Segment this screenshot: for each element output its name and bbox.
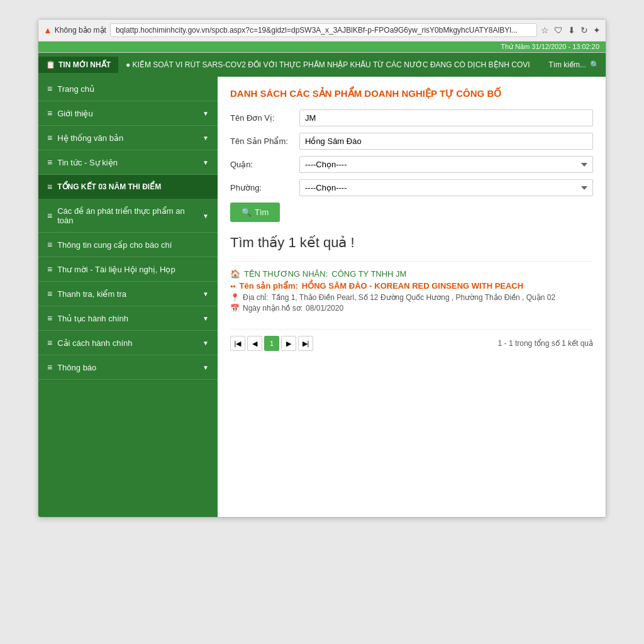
search-placeholder-text: Tìm kiếm... — [548, 60, 586, 69]
product-icon: ▪▪ — [230, 282, 236, 291]
search-form: Tên Đơn Vị: Tên Sản Phẩm: Quận: ----Chọn… — [230, 109, 593, 222]
product-label: Tên sản phẩm: — [240, 281, 298, 291]
home-icon: 🏠 — [230, 269, 240, 279]
menu-icon: ≡ — [47, 182, 52, 192]
browser-icons: ☆ 🛡 ⬇ ↻ ✦ — [541, 25, 601, 35]
menu-icon: ≡ — [47, 211, 52, 221]
page-1-button[interactable]: 1 — [264, 336, 279, 351]
date-bar: Thứ Năm 31/12/2020 - 13:02:20 — [38, 42, 606, 52]
chevron-down-icon: ▼ — [203, 315, 209, 322]
page-last-button[interactable]: ▶| — [298, 336, 313, 351]
security-warning: ▲ Không bảo mật — [43, 25, 106, 35]
results-heading: Tìm thấy 1 kết quả ! — [230, 235, 593, 251]
search-area[interactable]: Tìm kiếm... 🔍 — [542, 60, 606, 69]
menu-icon: ≡ — [47, 157, 52, 167]
sanpham-label: Tên Sản Phẩm: — [230, 136, 299, 146]
date-value: 08/01/2020 — [306, 304, 343, 313]
result-address: 📍 Địa chỉ: Tầng 1, Thảo Điền Pearl, Số 1… — [230, 293, 593, 302]
sidebar-item-thummoi[interactable]: ≡ Thư mời - Tài liệu Hội nghị, Họp — [38, 257, 218, 282]
product-name: HỒNG SÂM ĐÀO - KOREAN RED GINSENG WITH P… — [302, 281, 523, 291]
menu-icon: ≡ — [47, 108, 52, 118]
menu-icon: ≡ — [47, 264, 52, 274]
company-label: TÊN THƯƠNG NHÂN: — [244, 269, 328, 279]
calendar-icon: 📅 — [230, 304, 240, 313]
donvi-input[interactable] — [299, 109, 593, 126]
result-company: 🏠 TÊN THƯƠNG NHÂN: CÔNG TY TNHH JM — [230, 269, 593, 279]
result-item: 🏠 TÊN THƯƠNG NHÂN: CÔNG TY TNHH JM ▪▪ Tê… — [230, 261, 593, 320]
address-value: Tầng 1, Thảo Điền Pearl, Số 12 Đường Quố… — [272, 293, 555, 302]
menu-icon: ≡ — [47, 313, 52, 323]
star-icon[interactable]: ☆ — [541, 25, 549, 35]
form-row-phuong: Phường: ----Chọn---- — [230, 179, 593, 196]
sidebar-item-caicach[interactable]: ≡ Cải cách hành chính ▼ — [38, 331, 218, 355]
news-label: 📋 TIN MỚI NHẤT — [38, 57, 118, 73]
extension-icon[interactable]: ✦ — [593, 25, 601, 35]
page-title: DANH SÁCH CÁC SẢN PHẨM DOANH NGHIỆP TỰ C… — [230, 88, 593, 99]
pagination: |◀ ◀ 1 ▶ ▶| 1 - 1 trong tổng số 1 kết qu… — [230, 329, 593, 351]
company-name: CÔNG TY TNHH JM — [331, 269, 406, 279]
date-label: Ngày nhận hồ sơ: — [243, 304, 303, 313]
page-first-button[interactable]: |◀ — [230, 336, 245, 351]
sidebar-item-tintuc[interactable]: ≡ Tin tức - Sự kiện ▼ — [38, 150, 218, 175]
phuong-select[interactable]: ----Chọn---- — [299, 179, 593, 196]
url-bar[interactable]: bqlattp.hochiminhcity.gov.vn/spcb.aspx?c… — [110, 23, 537, 37]
shield-icon[interactable]: 🛡 — [554, 25, 563, 35]
menu-icon: ≡ — [47, 133, 52, 143]
sidebar-item-thongbao[interactable]: ≡ Thông báo ▼ — [38, 355, 218, 380]
news-icon: 📋 — [46, 60, 55, 69]
quan-label: Quận: — [230, 160, 299, 169]
news-bar: 📋 TIN MỚI NHẤT ● KIỂM SOÁT VI RÚT SARS-C… — [38, 53, 606, 77]
sidebar: ≡ Trang chủ ≡ Giới thiệu ▼ ≡ Hệ thống vă… — [38, 77, 218, 517]
form-row-quan: Quận: ----Chọn---- — [230, 156, 593, 173]
sidebar-item-thanhtra[interactable]: ≡ Thanh tra, kiểm tra ▼ — [38, 282, 218, 306]
menu-icon: ≡ — [47, 362, 52, 372]
chevron-down-icon: ▼ — [203, 213, 209, 219]
sidebar-item-hethongvanban[interactable]: ≡ Hệ thống văn bản ▼ — [38, 126, 218, 150]
sidebar-item-thutuc[interactable]: ≡ Thủ tục hành chính ▼ — [38, 306, 218, 331]
chevron-down-icon: ▼ — [203, 340, 209, 347]
news-ticker: ● KIỂM SOÁT VI RÚT SARS-COV2 ĐỐI VỚI THỰ… — [118, 60, 542, 69]
chevron-down-icon: ▼ — [203, 135, 209, 142]
chevron-down-icon: ▼ — [203, 159, 209, 166]
menu-icon: ≡ — [47, 240, 52, 250]
pagination-info: 1 - 1 trong tổng số 1 kết quả — [498, 339, 593, 348]
download-icon[interactable]: ⬇ — [568, 25, 575, 35]
sidebar-item-dean[interactable]: ≡ Các đề án phát triển thực phẩm an toàn… — [38, 199, 218, 233]
main-content: DANH SÁCH CÁC SẢN PHẨM DOANH NGHIỆP TỰ C… — [218, 77, 606, 517]
phuong-label: Phường: — [230, 183, 299, 192]
page-next-button[interactable]: ▶ — [281, 336, 296, 351]
search-button[interactable]: 🔍 Tìm — [230, 203, 280, 222]
form-row-donvi: Tên Đơn Vị: — [230, 109, 593, 126]
menu-icon: ≡ — [47, 84, 52, 94]
chevron-down-icon: ▼ — [203, 110, 209, 117]
sidebar-item-trangchu[interactable]: ≡ Trang chủ — [38, 77, 218, 101]
news-dot: ● — [126, 60, 130, 69]
menu-icon: ≡ — [47, 289, 52, 299]
warning-icon: ▲ — [43, 25, 52, 35]
page-prev-button[interactable]: ◀ — [247, 336, 262, 351]
chevron-down-icon: ▼ — [203, 291, 209, 297]
result-date: 📅 Ngày nhận hồ sơ: 08/01/2020 — [230, 304, 593, 313]
location-icon: 📍 — [230, 293, 240, 302]
menu-icon: ≡ — [47, 338, 52, 348]
chevron-down-icon: ▼ — [203, 364, 209, 371]
donvi-label: Tên Đơn Vị: — [230, 113, 299, 123]
form-row-sanpham: Tên Sản Phẩm: — [230, 133, 593, 150]
pagination-controls: |◀ ◀ 1 ▶ ▶| — [230, 336, 313, 351]
sidebar-item-tongket[interactable]: ≡ TỔNG KẾT 03 NĂM THI ĐIỂM — [38, 175, 218, 199]
refresh-icon[interactable]: ↻ — [580, 25, 588, 35]
search-btn-icon: 🔍 — [242, 208, 252, 217]
result-product: ▪▪ Tên sản phẩm: HỒNG SÂM ĐÀO - KOREAN R… — [230, 281, 593, 291]
search-icon[interactable]: 🔍 — [590, 60, 599, 69]
address-label: Địa chỉ: — [243, 293, 269, 302]
sidebar-item-thongtin[interactable]: ≡ Thông tin cung cấp cho báo chí — [38, 233, 218, 257]
quan-select[interactable]: ----Chọn---- — [299, 156, 593, 173]
sidebar-item-gioithieu[interactable]: ≡ Giới thiệu ▼ — [38, 101, 218, 126]
sanpham-input[interactable] — [299, 133, 593, 150]
